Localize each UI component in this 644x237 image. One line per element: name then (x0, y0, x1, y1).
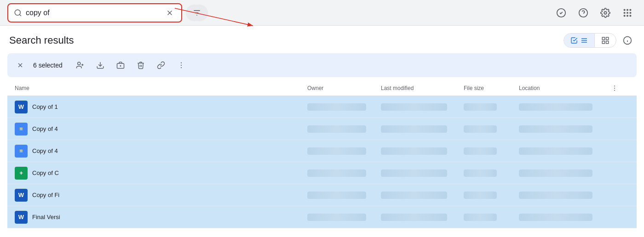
file-name-cell: W Copy of Fi (15, 189, 307, 202)
view-toggle-group (564, 33, 616, 48)
file-location-cell (519, 103, 611, 111)
svg-rect-17 (627, 12, 628, 14)
file-location-cell (519, 147, 611, 155)
move-button[interactable] (112, 57, 129, 73)
table-row[interactable]: W Final Versi (7, 206, 637, 228)
top-bar (0, 0, 644, 26)
file-icon: W (15, 189, 28, 202)
file-owner-cell (307, 147, 381, 155)
svg-point-12 (604, 11, 607, 14)
col-header-size[interactable]: File size (464, 85, 519, 92)
file-modified-cell (381, 169, 464, 177)
file-location-cell (519, 125, 611, 133)
svg-rect-15 (630, 9, 632, 11)
search-clear-button[interactable] (164, 7, 176, 19)
delete-button[interactable] (132, 57, 149, 73)
file-size-cell (464, 192, 519, 199)
deselect-all-button[interactable] (15, 60, 26, 71)
file-size-cell (464, 103, 519, 111)
file-name-cell: ≡ Copy of 4 (15, 123, 307, 135)
file-name-text: Copy of Fi (32, 192, 59, 198)
svg-line-1 (19, 14, 21, 16)
col-size-label: File size (464, 85, 484, 91)
svg-point-46 (614, 90, 615, 91)
svg-point-41 (181, 62, 182, 63)
col-owner-label: Owner (307, 85, 323, 91)
svg-point-44 (614, 85, 615, 86)
svg-rect-20 (627, 15, 628, 17)
file-icon: ≡ (15, 123, 28, 135)
file-icon: W (15, 101, 28, 113)
file-location-cell (519, 214, 611, 221)
list-view-button[interactable] (564, 34, 594, 47)
file-modified-cell (381, 147, 464, 155)
search-icon (14, 9, 22, 17)
help-button[interactable] (574, 4, 592, 22)
svg-rect-26 (606, 37, 609, 40)
file-size-cell (464, 125, 519, 133)
file-icon: + (15, 167, 28, 180)
get-link-button[interactable] (153, 57, 169, 73)
table-row[interactable]: ≡ Copy of 4 (7, 118, 637, 140)
file-name-text: Copy of C (32, 169, 59, 176)
table-row[interactable]: W Copy of 1 (7, 96, 637, 118)
svg-point-0 (15, 10, 20, 15)
file-size-cell (464, 169, 519, 177)
grid-view-button[interactable] (595, 34, 616, 47)
col-header-name[interactable]: Name (15, 85, 307, 92)
view-toggle (564, 33, 635, 48)
download-button[interactable] (92, 57, 109, 73)
top-right-icons (552, 4, 637, 22)
col-header-actions (611, 85, 629, 92)
table-row[interactable]: ≡ Copy of 4 (7, 140, 637, 162)
selected-count: 6 selected (33, 62, 63, 69)
file-owner-cell (307, 103, 381, 111)
svg-rect-27 (602, 41, 604, 44)
settings-button[interactable] (596, 4, 615, 22)
file-owner-cell (307, 192, 381, 199)
file-modified-cell (381, 125, 464, 133)
svg-rect-13 (624, 9, 626, 11)
table-row[interactable]: W Copy of Fi (7, 184, 637, 206)
col-header-location[interactable]: Location (519, 85, 611, 92)
col-header-modified[interactable]: Last modified (381, 85, 464, 92)
file-modified-cell (381, 103, 464, 111)
table-row[interactable]: + Copy of C (7, 162, 637, 184)
svg-rect-14 (627, 9, 628, 11)
svg-rect-16 (624, 12, 626, 14)
svg-rect-25 (602, 37, 604, 40)
search-filter-button[interactable] (186, 5, 208, 21)
results-header: Search results (7, 26, 637, 53)
file-name-cell: W Final Versi (15, 211, 307, 224)
col-name-label: Name (15, 85, 29, 91)
file-owner-cell (307, 214, 381, 221)
file-icon: W (15, 211, 28, 224)
toolbar-actions (72, 57, 190, 73)
svg-point-34 (78, 62, 80, 65)
svg-rect-18 (630, 12, 632, 14)
file-name-cell: + Copy of C (15, 167, 307, 180)
file-owner-cell (307, 169, 381, 177)
file-modified-cell (381, 214, 464, 221)
file-name-cell: W Copy of 1 (15, 101, 307, 113)
more-actions-button[interactable] (173, 57, 190, 73)
file-icon: ≡ (15, 145, 28, 158)
svg-point-45 (614, 88, 615, 89)
file-name-text: Copy of 4 (32, 147, 58, 154)
file-name-text: Copy of 4 (32, 125, 58, 132)
svg-rect-19 (624, 15, 626, 17)
file-list: W Copy of 1 ≡ Copy of 4 ≡ Copy of 4 + Co… (7, 96, 637, 228)
file-location-cell (519, 169, 611, 177)
svg-point-42 (181, 65, 182, 66)
check-circle-button[interactable] (552, 4, 570, 22)
file-name-text: Copy of 1 (32, 103, 58, 110)
results-title: Search results (9, 34, 74, 46)
search-input[interactable] (26, 9, 160, 17)
file-modified-cell (381, 192, 464, 199)
apps-button[interactable] (618, 4, 637, 22)
main-content: Search results (0, 26, 644, 228)
col-header-owner[interactable]: Owner (307, 85, 381, 92)
info-button[interactable] (620, 33, 635, 48)
share-button[interactable] (72, 57, 88, 73)
file-name-cell: ≡ Copy of 4 (15, 145, 307, 158)
